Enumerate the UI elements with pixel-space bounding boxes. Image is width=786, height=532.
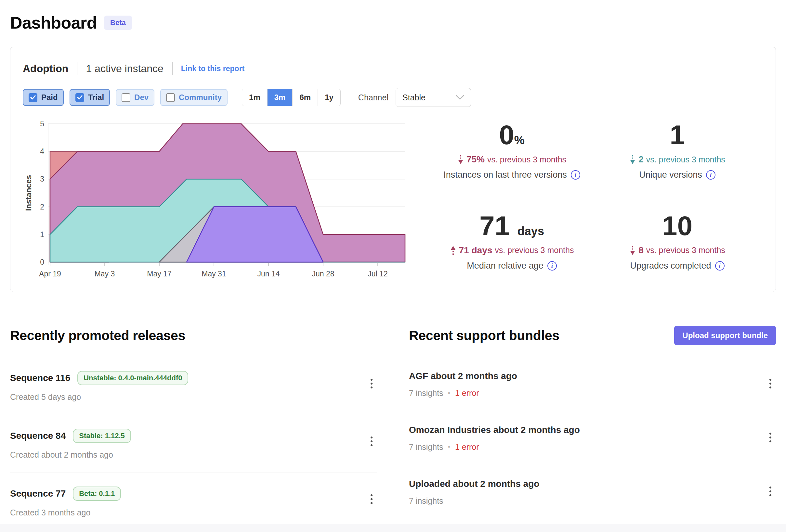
range-button-1y[interactable]: 1y	[318, 89, 340, 106]
kebab-menu-icon[interactable]	[367, 490, 376, 509]
svg-text:Instances: Instances	[24, 175, 33, 211]
adoption-area-chart: 012345Apr 19May 3May 17May 31Jun 14Jun 2…	[23, 117, 410, 281]
stat-value: 71	[480, 211, 510, 241]
stat-label: Unique versions	[639, 170, 702, 180]
filter-chip-label: Dev	[134, 93, 148, 102]
release-created: Created about 2 months ago	[10, 450, 113, 460]
range-button-3m[interactable]: 3m	[268, 89, 293, 106]
dashboard-page: Dashboard Beta Adoption 1 active instanc…	[0, 0, 786, 532]
bundle-insights: 7 insights	[409, 496, 443, 506]
dot-separator: ·	[448, 442, 450, 452]
kebab-menu-icon[interactable]	[766, 482, 775, 501]
bundle-title: Uploaded about 2 months ago	[409, 479, 539, 489]
checkbox-checked-icon	[75, 93, 84, 102]
kebab-menu-icon[interactable]	[766, 374, 775, 393]
license-filter-chips: Paid Trial Dev Community	[23, 89, 228, 106]
stat-value: 10	[662, 211, 692, 241]
release-version-badge: Unstable: 0.4.0-main.444ddf0	[77, 371, 188, 385]
bundle-title: AGF about 2 months ago	[409, 371, 517, 381]
delta-value: 8	[639, 245, 644, 256]
release-row: Sequence 116 Unstable: 0.4.0-main.444ddf…	[10, 357, 377, 415]
lower-sections: Recently promoted releases Sequence 116 …	[10, 324, 776, 532]
filter-row: Paid Trial Dev Community 1m	[23, 88, 763, 107]
svg-text:2: 2	[40, 203, 44, 211]
filter-chip-community[interactable]: Community	[160, 89, 228, 106]
stat-unit: %	[514, 134, 525, 147]
filter-chip-label: Community	[179, 93, 222, 102]
filter-chip-dev[interactable]: Dev	[116, 89, 155, 106]
range-button-6m[interactable]: 6m	[293, 89, 318, 106]
adoption-stats: 0% 75% vs. previous 3 months Instances o…	[410, 117, 763, 282]
upload-support-bundle-button[interactable]: Upload support bundle	[674, 326, 776, 345]
delta-caption: vs. previous 3 months	[487, 155, 566, 164]
page-title: Dashboard	[10, 13, 97, 32]
info-icon[interactable]: i	[706, 170, 715, 179]
stat-label: Median relative age	[467, 261, 544, 271]
stat-upgrades-completed: 10 8 vs. previous 3 months Upgrades comp…	[595, 212, 760, 282]
beta-badge: Beta	[104, 16, 132, 30]
delta-value: 2	[639, 154, 644, 165]
svg-text:5: 5	[40, 120, 44, 128]
bundles-heading: Recent support bundles	[409, 328, 559, 343]
page-header: Dashboard Beta	[10, 13, 776, 32]
channel-selected-value: Stable	[402, 93, 425, 102]
stat-delta: 75% vs. previous 3 months	[429, 154, 595, 165]
svg-text:Jul 12: Jul 12	[368, 270, 388, 278]
filter-chip-trial[interactable]: Trial	[70, 89, 110, 106]
stat-value: 1	[670, 120, 685, 150]
svg-text:4: 4	[40, 147, 44, 155]
stat-label: Instances on last three versions	[443, 170, 567, 180]
adoption-title: Adoption	[23, 63, 68, 75]
info-icon[interactable]: i	[715, 261, 724, 270]
adoption-chart-wrap: 012345Apr 19May 3May 17May 31Jun 14Jun 2…	[23, 117, 410, 282]
release-row: Sequence 77 Beta: 0.1.1 Created 3 months…	[10, 473, 377, 530]
range-button-1m[interactable]: 1m	[242, 89, 268, 106]
dot-separator: ·	[448, 388, 450, 398]
svg-text:Jun 14: Jun 14	[257, 270, 280, 278]
adoption-card: Adoption 1 active instance Link to this …	[10, 47, 776, 292]
chevron-down-icon	[456, 95, 464, 100]
trend-down-icon	[629, 154, 636, 164]
delta-caption: vs. previous 3 months	[495, 245, 574, 255]
release-version-badge: Beta: 0.1.1	[73, 486, 121, 501]
filter-chip-paid[interactable]: Paid	[23, 89, 64, 106]
adoption-card-header: Adoption 1 active instance Link to this …	[23, 62, 763, 75]
kebab-menu-icon[interactable]	[367, 374, 376, 393]
channel-select[interactable]: Stable	[396, 88, 471, 107]
delta-value: 71 days	[459, 245, 492, 256]
checkbox-unchecked-icon	[121, 93, 130, 102]
releases-heading: Recently promoted releases	[10, 328, 185, 343]
info-icon[interactable]: i	[548, 261, 557, 270]
svg-text:0: 0	[40, 258, 44, 266]
trend-down-icon	[629, 245, 636, 255]
release-title: Sequence 84	[10, 431, 66, 441]
bundle-errors: 1 error	[455, 442, 479, 452]
svg-text:May 3: May 3	[95, 270, 115, 278]
info-icon[interactable]: i	[571, 170, 580, 179]
kebab-menu-icon[interactable]	[367, 432, 376, 451]
delta-caption: vs. previous 3 months	[646, 155, 725, 164]
divider	[77, 62, 77, 75]
divider	[172, 62, 172, 75]
delta-value: 75%	[466, 154, 485, 165]
release-title: Sequence 116	[10, 373, 70, 383]
channel-control: Channel Stable	[358, 88, 471, 107]
trend-down-icon	[457, 154, 464, 164]
link-to-report[interactable]: Link to this report	[181, 64, 245, 73]
page-bottom-strip	[0, 524, 786, 532]
release-version-badge: Stable: 1.12.5	[73, 429, 131, 443]
support-bundles-section: Recent support bundles Upload support bu…	[409, 324, 776, 532]
adoption-card-body: 012345Apr 19May 3May 17May 31Jun 14Jun 2…	[23, 117, 763, 282]
checkbox-unchecked-icon	[166, 93, 175, 102]
filter-chip-label: Paid	[41, 93, 58, 102]
release-title: Sequence 77	[10, 488, 66, 499]
time-range-group: 1m 3m 6m 1y	[242, 89, 341, 106]
bundle-errors: 1 error	[455, 388, 479, 398]
svg-text:Jun 28: Jun 28	[312, 270, 334, 278]
release-row: Sequence 84 Stable: 1.12.5 Created about…	[10, 415, 377, 473]
stat-delta: 2 vs. previous 3 months	[595, 154, 760, 165]
active-instance-count: 1 active instance	[86, 63, 163, 75]
svg-text:May 31: May 31	[202, 270, 226, 278]
bundle-title: Omozan Industries about 2 months ago	[409, 425, 580, 435]
kebab-menu-icon[interactable]	[766, 428, 775, 447]
